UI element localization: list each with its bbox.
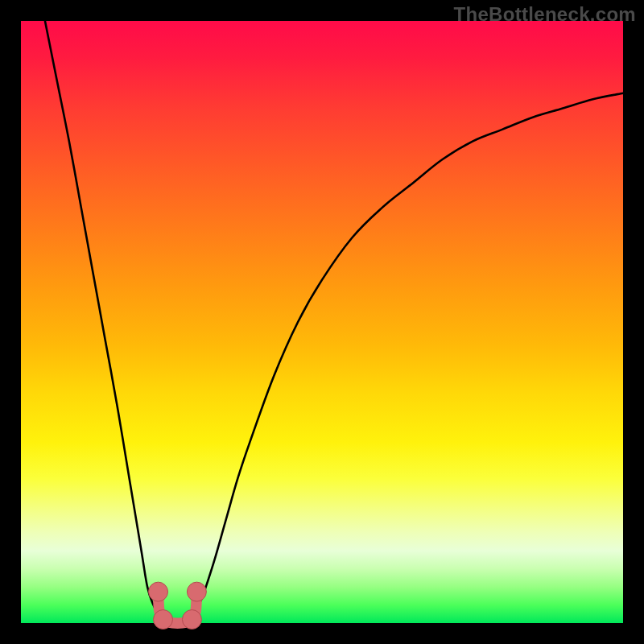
marker-right-shoulder (187, 582, 206, 601)
marker-left-base (154, 610, 173, 630)
marker-left-shoulder (149, 582, 168, 601)
plot-area (21, 21, 623, 623)
curve-svg (21, 21, 623, 623)
curve-left-path (45, 21, 166, 623)
watermark-text: TheBottleneck.com (454, 3, 636, 26)
marker-right-base (182, 610, 201, 630)
chart-root: TheBottleneck.com (0, 0, 644, 644)
curve-right-path (189, 93, 623, 623)
